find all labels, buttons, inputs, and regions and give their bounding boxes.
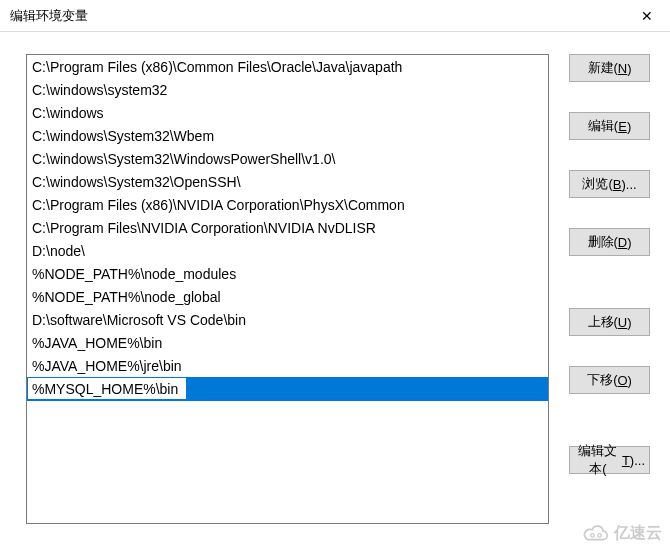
list-item[interactable]: C:\windows\System32\WindowsPowerShell\v1…: [27, 147, 548, 170]
list-item[interactable]: C:\windows\System32\OpenSSH\: [27, 170, 548, 193]
list-item[interactable]: C:\windows: [27, 101, 548, 124]
cloud-icon: [582, 525, 610, 543]
button-column: 新建(N) 编辑(E) 浏览(B)... 删除(D) 上移(U) 下移(O) 编…: [569, 54, 650, 524]
list-item[interactable]: D:\software\Microsoft VS Code\bin: [27, 308, 548, 331]
edit-button[interactable]: 编辑(E): [569, 112, 650, 140]
window-title: 编辑环境变量: [10, 7, 88, 25]
path-listbox[interactable]: C:\Program Files (x86)\Common Files\Orac…: [26, 54, 549, 524]
list-item[interactable]: C:\Program Files (x86)\Common Files\Orac…: [27, 55, 548, 78]
titlebar: 编辑环境变量 ✕: [0, 0, 670, 32]
edittext-button[interactable]: 编辑文本(T)...: [569, 446, 650, 474]
list-item[interactable]: C:\windows\system32: [27, 78, 548, 101]
list-item[interactable]: C:\Program Files (x86)\NVIDIA Corporatio…: [27, 193, 548, 216]
movedown-button[interactable]: 下移(O): [569, 366, 650, 394]
watermark: 亿速云: [582, 523, 662, 544]
svg-point-0: [591, 533, 595, 537]
browse-button[interactable]: 浏览(B)...: [569, 170, 650, 198]
list-item-editing[interactable]: [27, 377, 548, 401]
delete-button[interactable]: 删除(D): [569, 228, 650, 256]
close-button[interactable]: ✕: [624, 0, 670, 32]
svg-point-1: [598, 533, 602, 537]
new-button[interactable]: 新建(N): [569, 54, 650, 82]
list-item[interactable]: %JAVA_HOME%\bin: [27, 331, 548, 354]
watermark-text: 亿速云: [614, 523, 662, 544]
list-item[interactable]: C:\windows\System32\Wbem: [27, 124, 548, 147]
list-item[interactable]: C:\Program Files\NVIDIA Corporation\NVID…: [27, 216, 548, 239]
content-area: C:\Program Files (x86)\Common Files\Orac…: [0, 32, 670, 524]
list-item[interactable]: D:\node\: [27, 239, 548, 262]
list-item[interactable]: %NODE_PATH%\node_modules: [27, 262, 548, 285]
list-item[interactable]: %NODE_PATH%\node_global: [27, 285, 548, 308]
close-icon: ✕: [641, 8, 653, 24]
moveup-button[interactable]: 上移(U): [569, 308, 650, 336]
path-edit-input[interactable]: [27, 377, 187, 400]
list-item[interactable]: %JAVA_HOME%\jre\bin: [27, 354, 548, 377]
